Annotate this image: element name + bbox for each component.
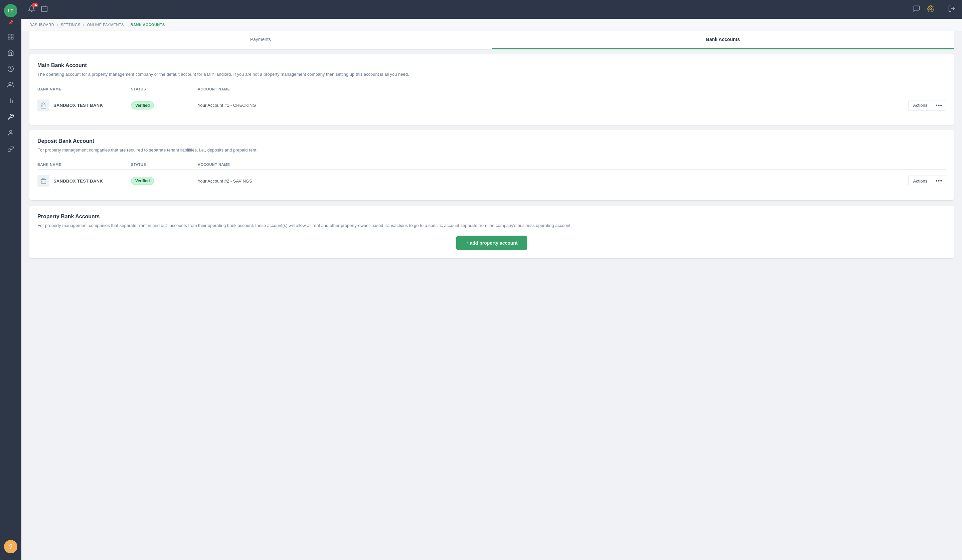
notification-count: 14	[32, 3, 38, 7]
sidebar: LT 📌	[0, 0, 21, 560]
col-header-status-2: STATUS	[131, 163, 198, 167]
breadcrumb-sep-1: ›	[57, 23, 58, 27]
tab-bank-accounts[interactable]: Bank Accounts	[492, 31, 954, 49]
actions-btn-group-2: Actions •••	[908, 175, 946, 186]
calendar-button[interactable]	[41, 5, 48, 14]
add-property-account-button[interactable]: + add property account	[456, 236, 527, 250]
main-bank-table-header: BANK NAME STATUS ACCOUNT NAME	[37, 84, 946, 94]
bank-name-cell-1: SANDBOX TEST BANK	[37, 100, 131, 111]
sidebar-item-dashboard[interactable]	[4, 30, 18, 43]
col-header-bank-name-2: BANK NAME	[37, 163, 131, 167]
sidebar-item-maintenance[interactable]	[4, 110, 18, 124]
svg-point-14	[930, 8, 931, 10]
col-header-account-name-1: ACCOUNT NAME	[198, 87, 946, 91]
svg-rect-10	[42, 6, 47, 12]
property-bank-accounts-card: Property Bank Accounts For property mana…	[29, 206, 954, 258]
settings-icon[interactable]	[927, 5, 934, 14]
svg-rect-2	[8, 37, 10, 39]
breadcrumb-sep-2: ›	[83, 23, 84, 27]
col-header-bank-name-1: BANK NAME	[37, 87, 131, 91]
bank-name-cell-2: SANDBOX TEST BANK	[37, 175, 131, 187]
main-container: 14 DASHBOARD › SETTINGS › ON	[21, 0, 962, 560]
topbar-divider	[941, 4, 941, 14]
actions-dots-2[interactable]: •••	[932, 176, 946, 186]
bank-name-text-2: SANDBOX TEST BANK	[53, 179, 103, 183]
property-bank-accounts-desc: For property management companies that s…	[37, 222, 946, 229]
topbar-right	[913, 4, 955, 14]
account-name-2: Your Account #2 - SAVINGS	[198, 179, 908, 183]
breadcrumb-sep-3: ›	[127, 23, 128, 27]
actions-btn-group-1: Actions •••	[908, 100, 946, 111]
svg-rect-0	[8, 34, 10, 36]
svg-point-9	[10, 130, 12, 133]
deposit-bank-table-header: BANK NAME STATUS ACCOUNT NAME	[37, 160, 946, 169]
main-bank-account-card: Main Bank Account The operating account …	[29, 55, 954, 125]
table-row: SANDBOX TEST BANK Verified Your Account …	[37, 94, 946, 117]
deposit-bank-account-title: Deposit Bank Account	[37, 138, 946, 144]
svg-rect-3	[11, 37, 13, 39]
sidebar-item-payments[interactable]	[4, 62, 18, 76]
col-header-status-1: STATUS	[131, 87, 198, 91]
sidebar-item-profile[interactable]	[4, 126, 18, 140]
tab-payments[interactable]: Payments	[29, 31, 492, 49]
svg-rect-1	[11, 34, 13, 36]
sidebar-item-reports[interactable]	[4, 94, 18, 108]
bank-name-text-1: SANDBOX TEST BANK	[53, 103, 103, 108]
svg-marker-21	[41, 103, 45, 104]
sidebar-item-links[interactable]	[4, 142, 18, 156]
status-badge-1: Verified	[131, 101, 154, 109]
avatar[interactable]: LT	[4, 4, 18, 17]
chat-icon[interactable]	[913, 5, 920, 14]
breadcrumb-dashboard[interactable]: DASHBOARD	[29, 23, 54, 27]
actions-button-1[interactable]: Actions	[909, 101, 933, 110]
status-cell-1: Verified	[131, 101, 198, 109]
topbar-left: 14	[28, 5, 913, 14]
actions-dots-1[interactable]: •••	[932, 100, 946, 111]
breadcrumb: DASHBOARD › SETTINGS › ONLINE PAYMENTS ›…	[21, 19, 962, 31]
main-bank-account-title: Main Bank Account	[37, 63, 946, 68]
status-badge-2: Verified	[131, 177, 154, 185]
notification-button[interactable]: 14	[28, 5, 36, 14]
svg-point-5	[9, 82, 11, 85]
support-icon[interactable]: ?	[4, 540, 18, 554]
property-bank-accounts-title: Property Bank Accounts	[37, 214, 946, 220]
table-row: SANDBOX TEST BANK Verified Your Account …	[37, 169, 946, 192]
status-cell-2: Verified	[131, 177, 198, 185]
deposit-bank-account-desc: For property management companies that a…	[37, 147, 946, 153]
topbar: 14	[21, 0, 962, 19]
account-name-1: Your Account #1 - CHECKING	[198, 103, 908, 108]
col-header-account-name-2: ACCOUNT NAME	[198, 163, 946, 167]
breadcrumb-settings[interactable]: SETTINGS	[61, 23, 81, 27]
sidebar-item-tenants[interactable]	[4, 78, 18, 92]
breadcrumb-bank-accounts: BANK ACCOUNTS	[131, 23, 165, 27]
bank-icon-2	[37, 175, 50, 187]
svg-marker-27	[41, 178, 45, 180]
deposit-bank-account-card: Deposit Bank Account For property manage…	[29, 130, 954, 201]
bank-icon-1	[37, 100, 50, 111]
actions-button-2[interactable]: Actions	[909, 177, 933, 185]
tab-container: Payments Bank Accounts	[29, 31, 954, 49]
content-area: DASHBOARD › SETTINGS › ONLINE PAYMENTS ›…	[21, 19, 962, 560]
breadcrumb-online-payments[interactable]: ONLINE PAYMENTS	[87, 23, 124, 27]
logout-icon[interactable]	[948, 5, 955, 14]
sidebar-item-properties[interactable]	[4, 46, 18, 60]
pin-icon[interactable]: 📌	[8, 20, 13, 25]
main-bank-account-desc: The operating account for a property man…	[37, 71, 946, 78]
